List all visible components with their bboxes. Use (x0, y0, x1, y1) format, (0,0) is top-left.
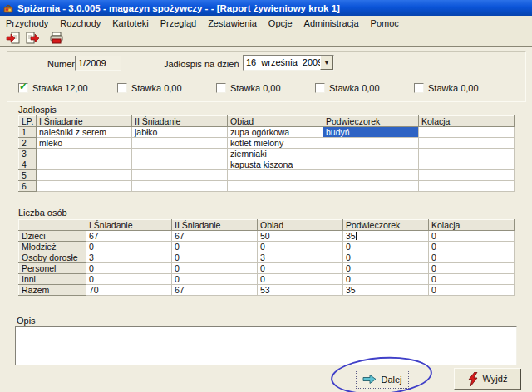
osoby-cell[interactable]: 50 (258, 231, 343, 242)
osoby-cell[interactable]: 70 (86, 285, 172, 296)
jadlospis-cell[interactable] (419, 149, 515, 159)
menu-item-przegla-d[interactable]: Przegląd (155, 17, 202, 29)
jadlospis-cell[interactable] (323, 138, 419, 149)
jadlospis-cell[interactable] (132, 138, 228, 149)
osoby-cell[interactable]: 3 (86, 252, 172, 263)
jadlospis-cell[interactable] (419, 170, 515, 181)
osoby-row-dzieci: Dzieci676750350 (19, 231, 515, 242)
osoby-cell[interactable]: 0 (429, 263, 515, 274)
jadlospis-cell[interactable] (37, 159, 132, 170)
stawka-checkbox-label: Stawka 12,00 (32, 83, 88, 93)
document-out-button[interactable] (22, 30, 42, 46)
jadlospis-cell[interactable]: jabłko (132, 127, 228, 138)
jadlospis-section-label: Jadłospis (18, 105, 57, 115)
osoby-cell[interactable]: 0 (429, 252, 515, 263)
jadlospis-cell[interactable] (132, 170, 228, 181)
jadlospis-cell[interactable] (37, 170, 132, 181)
checkbox-unchecked-icon[interactable] (117, 83, 127, 93)
jadlospis-cell[interactable] (323, 170, 419, 181)
jadlospis-cell[interactable] (132, 149, 228, 159)
osoby-cell[interactable]: 0 (343, 242, 429, 252)
numer-label: Numer (47, 59, 75, 69)
osoby-cell[interactable]: 0 (86, 242, 172, 252)
menu-item-przychody[interactable]: Przychody (0, 17, 54, 29)
title-bar: Spiżarnia - 3.0.005 - magazyn spożywczy … (0, 0, 532, 16)
jadlospis-cell[interactable]: mleko (37, 138, 132, 149)
osoby-cell[interactable]: 67 (172, 231, 258, 242)
column-header-i-sniadanie: I Śniadanie (37, 116, 132, 127)
jadlospis-cell[interactable] (132, 181, 228, 192)
jadlospis-cell[interactable] (132, 159, 228, 170)
osoby-cell[interactable]: 67 (172, 285, 258, 296)
jadlospis-cell[interactable] (419, 159, 515, 170)
osoby-cell[interactable]: 0 (172, 242, 258, 252)
osoby-cell[interactable]: 0 (172, 252, 258, 263)
osoby-cell[interactable]: 0 (429, 231, 515, 242)
stawka-checkbox-3[interactable]: Stawka 0,00 (216, 83, 281, 93)
stawka-checkbox-4[interactable]: Stawka 0,00 (315, 83, 380, 93)
menu-item-administracja[interactable]: Administracja (298, 17, 365, 29)
osoby-cell[interactable]: 0 (429, 285, 515, 296)
osoby-cell[interactable]: 0 (86, 274, 172, 285)
menu-item-opcje[interactable]: Opcje (263, 17, 298, 29)
checkbox-checked-icon[interactable]: ✓ (18, 83, 28, 93)
jadlospis-cell[interactable] (323, 181, 419, 192)
jadlospis-cell[interactable] (419, 138, 515, 149)
stawka-checkbox-label: Stawka 0,00 (428, 83, 479, 93)
jadlospis-cell[interactable]: zupa ogórkowa (228, 127, 323, 138)
menu-item-rozchody[interactable]: Rozchody (54, 17, 106, 29)
osoby-cell[interactable]: 3 (258, 252, 343, 263)
checkbox-unchecked-icon[interactable] (315, 83, 325, 93)
jadlospis-cell[interactable] (37, 149, 132, 159)
jadlospis-cell[interactable] (228, 181, 323, 192)
menu-item-pomoc[interactable]: Pomoc (365, 17, 405, 29)
stawka-checkbox-5[interactable]: Stawka 0,00 (414, 83, 479, 93)
osoby-cell[interactable]: 0 (343, 263, 429, 274)
opis-textarea[interactable] (15, 326, 517, 365)
jadlospis-cell[interactable] (37, 181, 132, 192)
date-combobox[interactable]: 16 września 2009 ▼ (243, 55, 334, 71)
jadlospis-selected-cell[interactable]: budyń (323, 127, 419, 138)
osoby-cell[interactable]: 0 (172, 274, 258, 285)
column-header-i-sniadanie: I Śniadanie (86, 220, 172, 231)
osoby-cell[interactable]: 0 (172, 263, 258, 274)
osoby-cell[interactable]: 35 (343, 285, 429, 296)
jadlospis-cell[interactable] (419, 127, 515, 138)
date-dropdown-button[interactable]: ▼ (320, 56, 333, 70)
checkbox-unchecked-icon[interactable] (216, 83, 226, 93)
osoby-cell[interactable]: 0 (258, 263, 343, 274)
checkbox-unchecked-icon[interactable] (414, 83, 424, 93)
jadlospis-cell[interactable] (323, 159, 419, 170)
print-button[interactable] (47, 30, 66, 46)
osoby-editing-cell[interactable]: 35 (343, 231, 429, 242)
document-out-icon (25, 31, 40, 45)
numer-input[interactable] (75, 56, 121, 71)
osoby-cell[interactable]: 67 (86, 231, 172, 242)
wyjdz-button[interactable]: Wyjdź (454, 368, 520, 390)
jadlospis-cell[interactable]: kapusta kiszona (228, 159, 323, 170)
osoby-cell[interactable]: 53 (258, 285, 343, 296)
menu-item-kartoteki[interactable]: Kartoteki (106, 17, 154, 29)
jadlospis-cell[interactable] (419, 181, 515, 192)
jadlospis-cell[interactable]: kotlet mielony (228, 138, 323, 149)
osoby-cell[interactable]: 0 (343, 274, 429, 285)
jadlospis-cell[interactable]: naleśniki z serem (37, 127, 132, 138)
jadlospis-cell[interactable]: ziemniaki (228, 149, 323, 159)
menu-item-zestawienia[interactable]: Zestawienia (202, 17, 263, 29)
jadlospis-cell[interactable] (323, 149, 419, 159)
dalej-button[interactable]: Dalej (356, 370, 409, 389)
row-label-cell: Osoby dorosłe (19, 252, 86, 263)
arrow-right-icon (362, 375, 377, 384)
osoby-cell[interactable]: 0 (343, 252, 429, 263)
stawka-checkbox-1[interactable]: ✓Stawka 12,00 (18, 83, 88, 93)
document-in-button[interactable] (3, 30, 22, 46)
column-header-podwieczorek: Podwieczorek (343, 220, 429, 231)
stawka-checkbox-2[interactable]: Stawka 0,00 (117, 83, 182, 93)
osoby-cell[interactable]: 0 (429, 242, 515, 252)
menu-bar: PrzychodyRozchodyKartotekiPrzeglądZestaw… (0, 16, 532, 30)
osoby-cell[interactable]: 0 (86, 263, 172, 274)
osoby-cell[interactable]: 0 (258, 274, 343, 285)
osoby-cell[interactable]: 0 (429, 274, 515, 285)
jadlospis-cell[interactable] (228, 170, 323, 181)
osoby-cell[interactable]: 0 (258, 242, 343, 252)
